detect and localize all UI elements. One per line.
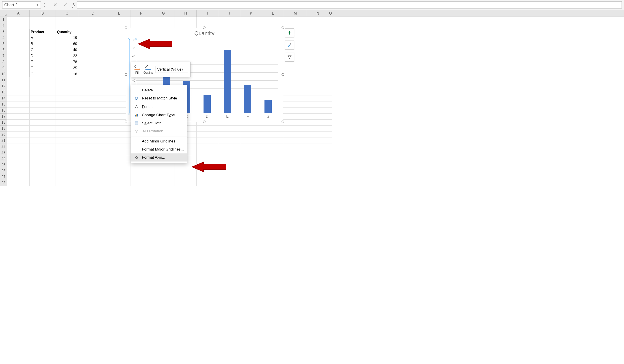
- cell-M20[interactable]: [284, 132, 307, 138]
- cell-O14[interactable]: [329, 96, 332, 101]
- cell-E26[interactable]: [108, 168, 130, 174]
- cell-D15[interactable]: [78, 101, 108, 108]
- bar-G[interactable]: [264, 100, 272, 113]
- cell-H1[interactable]: [175, 17, 197, 23]
- row-header-14[interactable]: 14: [0, 96, 7, 101]
- cell-N8[interactable]: [307, 59, 329, 65]
- cell-D8[interactable]: [78, 59, 108, 65]
- cell-N7[interactable]: [307, 53, 329, 59]
- cell-E22[interactable]: [108, 144, 130, 150]
- select-all-corner[interactable]: [0, 10, 7, 17]
- cell-A5[interactable]: [7, 41, 29, 47]
- cell-K21[interactable]: [240, 138, 262, 144]
- row-header-19[interactable]: 19: [0, 126, 7, 132]
- cell-O11[interactable]: [329, 77, 332, 83]
- col-header-N[interactable]: N: [307, 10, 329, 17]
- cell-H28[interactable]: [175, 180, 197, 186]
- row-header-15[interactable]: 15: [0, 101, 7, 108]
- col-header-I[interactable]: I: [197, 10, 218, 17]
- cell-I1[interactable]: [197, 17, 218, 23]
- chart-elements-button[interactable]: [285, 28, 294, 37]
- cell-B17[interactable]: [29, 114, 56, 120]
- cell-M26[interactable]: [284, 168, 307, 174]
- cell-O6[interactable]: [329, 47, 332, 53]
- cell-O17[interactable]: [329, 114, 332, 120]
- cell-N28[interactable]: [307, 180, 329, 186]
- cell-C6[interactable]: 40: [56, 47, 78, 53]
- cell-O26[interactable]: [329, 168, 332, 174]
- cell-A22[interactable]: [7, 144, 29, 150]
- cell-M13[interactable]: [284, 89, 307, 96]
- cell-D26[interactable]: [78, 168, 108, 174]
- cell-K28[interactable]: [240, 180, 262, 186]
- cell-C27[interactable]: [56, 174, 78, 180]
- cell-O27[interactable]: [329, 174, 332, 180]
- cell-A17[interactable]: [7, 114, 29, 120]
- cell-C24[interactable]: [56, 156, 78, 162]
- cell-A19[interactable]: [7, 126, 29, 132]
- kebab-icon[interactable]: ⋮: [41, 2, 48, 7]
- cell-N25[interactable]: [307, 162, 329, 168]
- fx-icon[interactable]: fx: [71, 2, 77, 8]
- cell-M27[interactable]: [284, 174, 307, 180]
- cell-O16[interactable]: [329, 108, 332, 114]
- cell-A13[interactable]: [7, 89, 29, 96]
- cell-E23[interactable]: [108, 150, 130, 156]
- cell-C8[interactable]: 78: [56, 59, 78, 65]
- cell-M18[interactable]: [284, 120, 307, 126]
- col-header-M[interactable]: M: [284, 10, 307, 17]
- cell-M28[interactable]: [284, 180, 307, 186]
- cell-A12[interactable]: [7, 83, 29, 89]
- row-header-2[interactable]: 2: [0, 23, 7, 29]
- cell-C2[interactable]: [56, 23, 78, 29]
- ctx-fmtmajor[interactable]: Format Major Gridlines...: [131, 145, 187, 153]
- row-header-22[interactable]: 22: [0, 144, 7, 150]
- cell-D12[interactable]: [78, 83, 108, 89]
- cell-M25[interactable]: [284, 162, 307, 168]
- cell-L21[interactable]: [262, 138, 284, 144]
- col-header-K[interactable]: K: [240, 10, 262, 17]
- cell-N10[interactable]: [307, 71, 329, 77]
- cell-O22[interactable]: [329, 144, 332, 150]
- cell-I28[interactable]: [197, 180, 218, 186]
- cell-L24[interactable]: [262, 156, 284, 162]
- cell-E21[interactable]: [108, 138, 130, 144]
- cell-N14[interactable]: [307, 96, 329, 101]
- cell-D27[interactable]: [78, 174, 108, 180]
- cell-C14[interactable]: [56, 96, 78, 101]
- chart-filter-button[interactable]: [285, 53, 294, 62]
- cell-I20[interactable]: [197, 132, 218, 138]
- col-header-F[interactable]: F: [130, 10, 152, 17]
- cell-C13[interactable]: [56, 89, 78, 96]
- row-header-4[interactable]: 4: [0, 35, 7, 41]
- cell-B24[interactable]: [29, 156, 56, 162]
- row-header-3[interactable]: 3: [0, 29, 7, 35]
- cell-M23[interactable]: [284, 150, 307, 156]
- ctx-chgtype[interactable]: Change Chart Type...: [131, 111, 187, 119]
- cell-O23[interactable]: [329, 150, 332, 156]
- cell-A3[interactable]: [7, 29, 29, 35]
- col-header-A[interactable]: A: [7, 10, 29, 17]
- cell-C11[interactable]: [56, 77, 78, 83]
- cell-D1[interactable]: [78, 17, 108, 23]
- cell-B1[interactable]: [29, 17, 56, 23]
- ctx-addminor[interactable]: Add Minor Gridlines: [131, 137, 187, 145]
- cell-O21[interactable]: [329, 138, 332, 144]
- cell-A15[interactable]: [7, 101, 29, 108]
- cell-J22[interactable]: [218, 144, 240, 150]
- cell-L23[interactable]: [262, 150, 284, 156]
- cell-A4[interactable]: [7, 35, 29, 41]
- cell-O18[interactable]: [329, 120, 332, 126]
- cell-A8[interactable]: [7, 59, 29, 65]
- cell-B13[interactable]: [29, 89, 56, 96]
- cell-N2[interactable]: [307, 23, 329, 29]
- cell-B2[interactable]: [29, 23, 56, 29]
- cell-B8[interactable]: E: [29, 59, 56, 65]
- cell-N24[interactable]: [307, 156, 329, 162]
- cell-D7[interactable]: [78, 53, 108, 59]
- cell-N18[interactable]: [307, 120, 329, 126]
- ctx-delete[interactable]: Delete: [131, 86, 187, 94]
- cell-F27[interactable]: [130, 174, 152, 180]
- col-header-J[interactable]: J: [218, 10, 240, 17]
- cell-N13[interactable]: [307, 89, 329, 96]
